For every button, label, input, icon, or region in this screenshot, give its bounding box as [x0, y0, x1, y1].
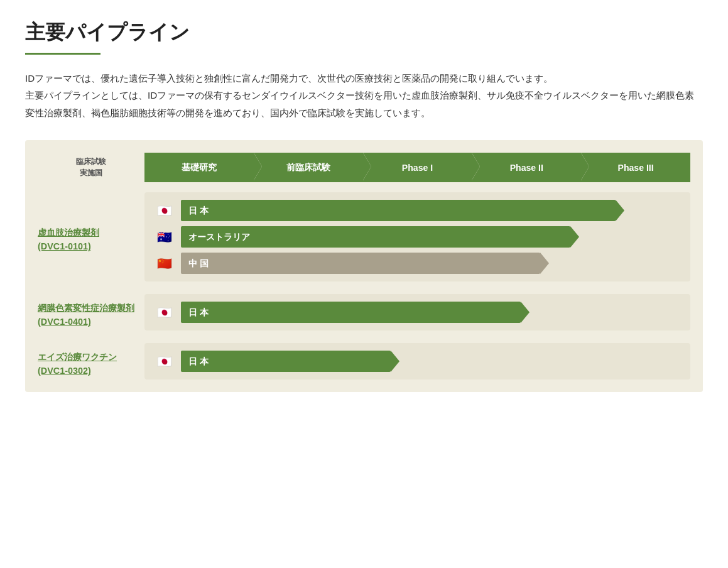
- product-link-1[interactable]: 虚血肢治療製剤(DVC1-0101): [38, 226, 137, 253]
- product-name-1: 虚血肢治療製剤(DVC1-0101): [38, 192, 144, 281]
- bar-australia: オーストラリア: [181, 226, 570, 248]
- phase-3: Phase III: [581, 153, 690, 182]
- bar-container-japan-2: 日 本: [181, 302, 680, 323]
- country-row-japan-1: 🇯🇵 日 本: [155, 200, 680, 221]
- product-name-3: エイズ治療ワクチン(DVC1-0302): [38, 343, 144, 380]
- product-row-3: エイズ治療ワクチン(DVC1-0302) 🇯🇵 日 本: [38, 343, 690, 380]
- flag-australia: 🇦🇺: [155, 230, 175, 244]
- description-para-1: IDファーマでは、優れた遺伝子導入技術と独創性に富んだ開発力で、次世代の医療技術…: [25, 70, 703, 87]
- phase-kiso: 基礎研究: [144, 153, 254, 182]
- bar-japan-2: 日 本: [181, 302, 521, 323]
- product-link-2[interactable]: 網膜色素変性症治療製剤(DVC1-0401): [38, 302, 137, 329]
- phase-1: Phase I: [363, 153, 472, 182]
- bar-china: 中 国: [181, 253, 540, 274]
- bar-label-china: 中 国: [188, 258, 209, 270]
- description: IDファーマでは、優れた遺伝子導入技術と独創性に富んだ開発力で、次世代の医療技術…: [25, 70, 703, 121]
- bar-label-japan-2: 日 本: [188, 307, 209, 319]
- bar-container-australia: オーストラリア: [181, 226, 680, 248]
- product-row-1: 虚血肢治療製剤(DVC1-0101) 🇯🇵 日 本 🇦🇺 オーストラリア: [38, 192, 690, 281]
- phase-preclinical: 前臨床試験: [254, 153, 363, 182]
- flag-china: 🇨🇳: [155, 256, 175, 270]
- page-title: 主要パイプライン: [25, 19, 703, 46]
- bar-container-china: 中 国: [181, 253, 680, 274]
- phases-header: 基礎研究 前臨床試験 Phase I Phase II Phase III: [144, 153, 690, 182]
- flag-japan-2: 🇯🇵: [155, 305, 175, 319]
- header-spacer: 臨床試験 実施国: [38, 153, 144, 182]
- phase-2: Phase II: [472, 153, 581, 182]
- product-name-2: 網膜色素変性症治療製剤(DVC1-0401): [38, 294, 144, 330]
- product-link-3[interactable]: エイズ治療ワクチン(DVC1-0302): [38, 351, 137, 378]
- pipeline-container: 臨床試験 実施国 基礎研究 前臨床試験 Phase I Phase II Pha…: [25, 140, 703, 392]
- product-bar-area-1: 🇯🇵 日 本 🇦🇺 オーストラリア 🇨🇳: [144, 192, 690, 281]
- description-para-2: 主要パイプラインとしては、IDファーマの保有するセンダイウイルスベクター技術を用…: [25, 87, 703, 121]
- flag-japan-1: 🇯🇵: [155, 204, 175, 217]
- country-row-japan-2: 🇯🇵 日 本: [155, 302, 680, 323]
- pipeline-header-row: 臨床試験 実施国 基礎研究 前臨床試験 Phase I Phase II Pha…: [38, 153, 690, 182]
- country-row-japan-3: 🇯🇵 日 本: [155, 351, 680, 372]
- country-row-australia: 🇦🇺 オーストラリア: [155, 226, 680, 248]
- country-row-china: 🇨🇳 中 国: [155, 253, 680, 274]
- flag-japan-3: 🇯🇵: [155, 354, 175, 368]
- title-underline: [25, 53, 101, 55]
- bar-label-japan-1: 日 本: [188, 205, 209, 217]
- product-bar-area-2: 🇯🇵 日 本: [144, 294, 690, 330]
- bar-japan-1: 日 本: [181, 200, 616, 221]
- product-row-2: 網膜色素変性症治療製剤(DVC1-0401) 🇯🇵 日 本: [38, 294, 690, 330]
- product-bar-area-3: 🇯🇵 日 本: [144, 343, 690, 380]
- bar-container-japan-3: 日 本: [181, 351, 680, 372]
- bar-label-japan-3: 日 本: [188, 356, 209, 368]
- bar-japan-3: 日 本: [181, 351, 391, 372]
- country-column-header: 臨床試験 実施国: [38, 153, 144, 182]
- bar-label-australia: オーストラリア: [188, 231, 250, 243]
- bar-container-japan-1: 日 本: [181, 200, 680, 221]
